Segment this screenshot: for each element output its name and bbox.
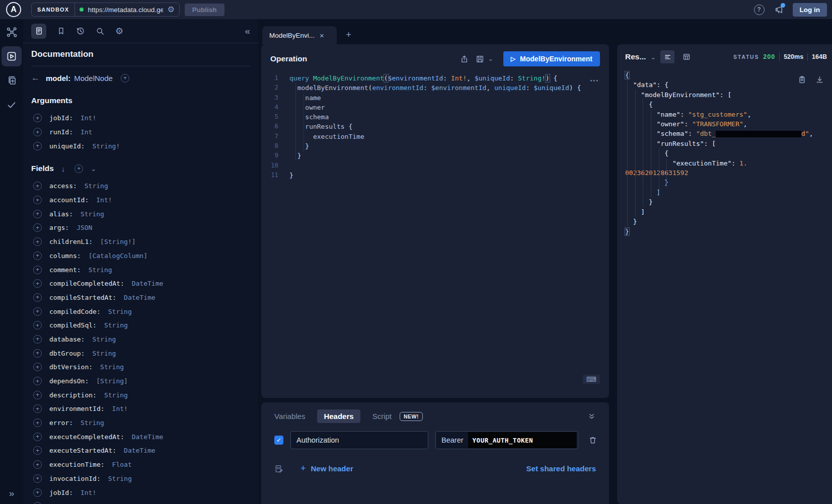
field-row[interactable]: +accountId:Int! (31, 193, 250, 207)
field-name[interactable]: executeStartedAt: (49, 447, 116, 454)
field-type[interactable]: String (108, 308, 132, 315)
field-type[interactable]: String (104, 321, 128, 329)
field-name[interactable]: compileStartedAt: (49, 294, 116, 301)
breadcrumb-type-link[interactable]: ModelNode (74, 74, 113, 82)
delete-header-trash-icon[interactable] (588, 436, 597, 445)
header-value-input[interactable]: Bearer YOUR_AUTH_TOKEN (435, 431, 578, 449)
field-type[interactable]: Float (112, 461, 132, 468)
field-row[interactable]: +jobId:Int! (31, 485, 250, 499)
field-row[interactable]: +database:String (31, 332, 250, 347)
field-name[interactable]: dbtVersion: (49, 363, 93, 371)
field-row[interactable]: +description:String (31, 388, 250, 402)
expand-rail-icon[interactable]: » (0, 488, 23, 499)
add-to-query-icon[interactable]: + (33, 474, 42, 483)
field-name[interactable]: alias: (49, 210, 73, 218)
field-name[interactable]: childrenL1: (49, 238, 93, 245)
field-name[interactable]: dbtGroup: (49, 350, 85, 357)
add-to-query-icon[interactable]: + (33, 307, 42, 316)
docs-settings-gear-icon[interactable]: ⚙ (115, 27, 123, 36)
add-all-fields-icon[interactable]: + (74, 164, 83, 173)
share-icon[interactable] (460, 55, 469, 63)
sort-fields-icon[interactable]: ↓ (61, 164, 65, 173)
field-row[interactable]: +dependsOn:[String] (31, 374, 250, 388)
field-row[interactable]: +executeCompletedAt:DateTime (31, 430, 250, 444)
field-name[interactable]: compiledCode: (49, 308, 101, 315)
field-type[interactable]: String (100, 363, 124, 371)
field-row[interactable]: +environmentId:Int! (31, 402, 250, 416)
field-name[interactable]: error: (49, 419, 73, 427)
add-to-query-icon[interactable]: + (33, 237, 42, 246)
add-to-query-icon[interactable]: + (33, 182, 42, 190)
field-type[interactable]: Int (81, 128, 92, 136)
field-row[interactable]: +columns:[CatalogColumn] (31, 249, 250, 263)
login-button[interactable]: Log in (793, 3, 827, 17)
query-editor[interactable]: 1query ModelByEnvironment($environmentId… (261, 73, 609, 180)
rail-checks-button[interactable] (2, 95, 22, 115)
add-to-query-icon[interactable]: + (33, 363, 42, 371)
argument-row[interactable]: +uniqueId:String! (31, 139, 250, 153)
docs-tab-documentation[interactable] (31, 24, 46, 39)
field-name[interactable]: columns: (49, 252, 81, 260)
fields-chevron-down-icon[interactable]: ⌄ (91, 165, 96, 173)
header-key-input[interactable]: Authorization (290, 431, 428, 449)
field-type[interactable]: DateTime (132, 433, 164, 441)
add-to-query-icon[interactable]: + (33, 142, 42, 150)
field-name[interactable]: jobId: (49, 114, 73, 122)
add-to-query-icon[interactable]: + (33, 223, 42, 232)
field-type[interactable]: Int! (96, 196, 112, 204)
field-row[interactable]: +compiledCode:String (31, 304, 250, 318)
field-row[interactable]: +childrenL1:[String!] (31, 235, 250, 249)
rail-explorer-button[interactable] (2, 46, 22, 66)
endpoint-settings-gear-icon[interactable]: ⚙ (167, 6, 174, 14)
field-row[interactable]: +dbtGroup:String (31, 346, 250, 360)
field-type[interactable]: Int! (81, 489, 96, 496)
field-name[interactable]: compiledSql: (49, 321, 97, 329)
add-to-query-icon[interactable]: + (33, 114, 42, 122)
field-row[interactable]: +invocationId:String (31, 472, 250, 486)
new-header-button[interactable]: + New header (300, 463, 353, 474)
add-to-query-icon[interactable]: + (33, 418, 42, 427)
response-format-table-button[interactable] (680, 50, 693, 63)
field-type[interactable]: DateTime (124, 447, 156, 454)
add-to-query-icon[interactable]: + (33, 404, 42, 413)
add-to-query-icon[interactable]: + (33, 349, 42, 358)
add-to-query-icon[interactable]: + (33, 196, 42, 204)
field-type[interactable]: [String!] (100, 238, 135, 245)
field-type[interactable]: DateTime (132, 280, 164, 287)
field-name[interactable]: environmentId: (49, 405, 105, 412)
close-tab-icon[interactable]: × (320, 31, 324, 40)
add-to-query-icon[interactable]: + (33, 251, 42, 260)
field-name[interactable]: invocationId: (49, 475, 101, 482)
field-name[interactable]: runId: (49, 128, 73, 136)
add-to-query-icon[interactable]: + (33, 460, 42, 469)
new-tab-icon[interactable]: + (346, 29, 351, 40)
editor-overflow-menu-icon[interactable]: ••• (590, 77, 599, 83)
field-type[interactable]: Int! (81, 114, 96, 122)
run-operation-button[interactable]: ▷ ModelByEnvironment (503, 51, 600, 66)
field-row[interactable]: +compileCompletedAt:DateTime (31, 277, 250, 291)
argument-row[interactable]: +runId:Int (31, 125, 250, 139)
field-type[interactable]: [CatalogColumn] (89, 252, 147, 260)
add-to-query-icon[interactable]: + (33, 279, 42, 288)
help-icon[interactable]: ? (754, 5, 765, 15)
endpoint-url-input[interactable]: https://metadata.cloud.get (88, 6, 163, 14)
keyboard-shortcuts-icon[interactable]: ⌨ (583, 375, 600, 384)
field-name[interactable]: description: (49, 391, 97, 399)
field-row[interactable]: +comment:String (31, 263, 250, 277)
add-to-query-icon[interactable]: + (33, 433, 42, 441)
add-to-query-icon[interactable]: + (33, 391, 42, 399)
field-type[interactable]: String (108, 475, 132, 482)
announcements-button[interactable] (774, 5, 784, 15)
publish-button[interactable]: Publish (185, 4, 224, 16)
field-row[interactable]: +args:JSON (31, 221, 250, 235)
history-icon[interactable] (76, 27, 85, 36)
field-type[interactable]: String (81, 210, 104, 218)
tab-headers[interactable]: Headers (317, 409, 360, 423)
field-name[interactable]: executeCompletedAt: (49, 433, 124, 441)
auth-token-value[interactable]: YOUR_AUTH_TOKEN (468, 432, 576, 448)
field-type[interactable]: String (89, 266, 112, 274)
rail-collections-button[interactable] (2, 70, 22, 91)
argument-row[interactable]: +jobId:Int! (31, 111, 250, 125)
add-to-query-icon[interactable]: + (33, 266, 42, 274)
tab-variables[interactable]: Variables (274, 412, 305, 421)
